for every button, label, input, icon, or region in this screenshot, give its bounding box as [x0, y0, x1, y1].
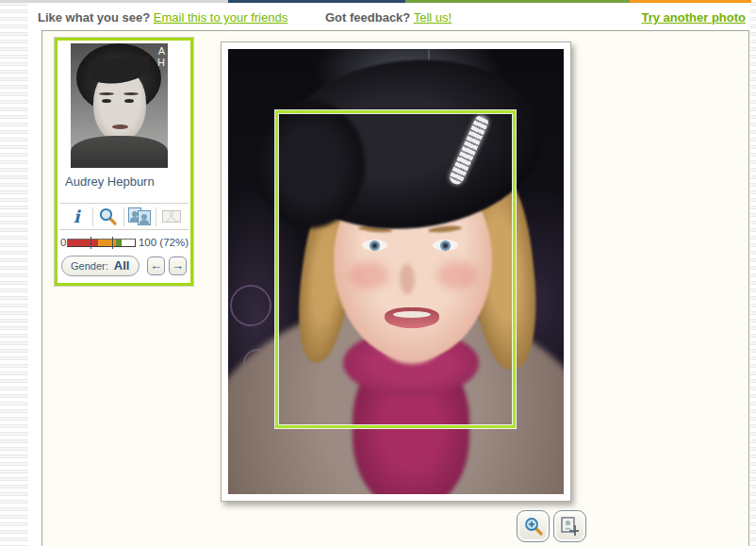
thumb-brow — [99, 92, 114, 95]
thumb-eye — [124, 99, 134, 103]
tab-strip-green-segment — [405, 0, 630, 3]
uploaded-photo — [228, 49, 564, 494]
celebrity-thumbnail: A H — [71, 43, 168, 168]
right-arrow-icon: → — [172, 258, 184, 273]
add-face-frame-icon — [560, 516, 581, 537]
photo-frame — [221, 41, 571, 502]
card-controls-row: Gender: All ← → — [61, 256, 187, 276]
thumb-eye — [102, 99, 111, 103]
try-another-photo-link[interactable]: Try another photo — [642, 10, 747, 25]
zoom-in-button[interactable] — [517, 510, 550, 542]
card-toolbar: i — [61, 204, 187, 229]
slider-tick — [112, 237, 113, 249]
share-prompt-group: Like what you see? Email this to your fr… — [38, 8, 288, 27]
celebrity-name: Audrey Hepburn — [65, 174, 190, 189]
email-icon[interactable] — [156, 206, 188, 228]
match-nav-arrows: ← → — [147, 256, 187, 275]
zoom-in-icon — [523, 516, 544, 537]
compare-photos-icon[interactable] — [124, 206, 156, 228]
thumb-overlay-letter: H — [157, 57, 165, 68]
gender-filter-button[interactable]: Gender: All — [61, 256, 140, 276]
info-icon[interactable]: i — [61, 206, 92, 228]
slider-min-label: 0 — [60, 237, 66, 248]
celebrity-match-card: A H Audrey Hepburn i — [55, 38, 193, 286]
thumb-overlay-letter: A — [158, 45, 165, 57]
photo-spiral-pattern — [230, 285, 271, 326]
thumb-lips — [112, 124, 128, 129]
add-face-button[interactable] — [553, 510, 586, 542]
match-score-slider-row: 0 100 (72%) — [60, 237, 189, 248]
face-detection-box[interactable] — [275, 110, 516, 428]
gender-filter-value: All — [114, 258, 130, 273]
previous-match-button[interactable]: ← — [147, 256, 165, 275]
gender-filter-label: Gender: — [71, 260, 108, 272]
main-panel: A H Audrey Hepburn i — [41, 30, 749, 546]
tell-us-link[interactable]: Tell us! — [414, 10, 452, 25]
card-divider — [59, 229, 189, 230]
like-what-you-see-label: Like what you see? — [38, 10, 150, 25]
got-feedback-label: Got feedback? — [325, 10, 410, 25]
tab-strip-inactive-segment — [0, 0, 228, 3]
slider-max-label: 100 (72%) — [139, 237, 189, 248]
next-match-button[interactable]: → — [169, 256, 187, 275]
page-left-stripe-margin — [0, 0, 28, 546]
tab-strip-navy-segment — [228, 0, 405, 3]
zoom-icon[interactable] — [93, 206, 124, 228]
tab-strip-orange-segment — [630, 0, 751, 3]
thumb-shoulders — [71, 136, 168, 168]
left-arrow-icon: ← — [150, 258, 162, 273]
email-to-friends-link[interactable]: Email this to your friends — [154, 10, 288, 25]
match-score-slider[interactable] — [67, 239, 136, 247]
feedback-group: Got feedback? Tell us! — [325, 8, 452, 27]
try-another-group: Try another photo — [642, 8, 747, 27]
page-right-stripe-margin — [750, 0, 756, 546]
slider-tick — [90, 237, 91, 249]
header-link-bar: Like what you see? Email this to your fr… — [0, 8, 751, 27]
thumb-brow — [123, 92, 139, 95]
